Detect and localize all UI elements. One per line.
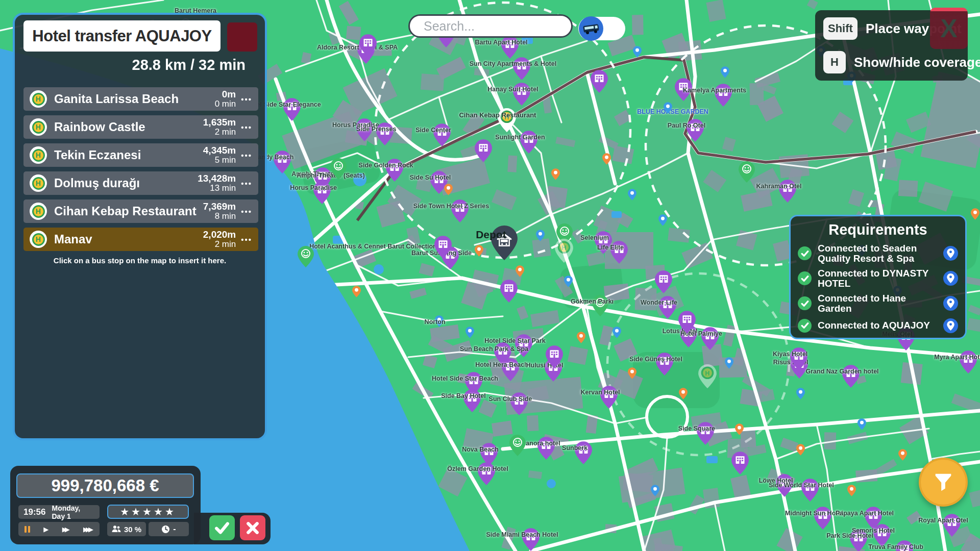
x-icon [245,520,260,536]
stop-options-button[interactable]: ••• [241,151,252,160]
stop-options-button[interactable]: ••• [241,95,252,104]
map-label: Özlem Garden Hotel [447,465,508,472]
passengers-percent: 30 % [124,525,141,534]
map-label: Hotel Acanthus & Cennet Barut Collection [309,243,437,250]
shift-keycap: Shift [823,17,857,40]
stop-name: Tekin Eczanesi [54,148,203,162]
map-label: Sunberk [562,444,587,452]
requirement-item: Connected to DYNASTY HOTEL [798,268,958,289]
bus-stop-icon: H [30,203,47,220]
passengers-indicator[interactable]: 30 % [107,522,146,536]
map-label: Sun Beach Park & Spa [460,345,528,353]
schedule-value: - [173,524,176,534]
stop-metrics: 7,369m8 min [203,202,236,221]
map-label: Hotel Hera Beach [475,361,528,368]
requirement-label: Connected to DYNASTY HOTEL [818,268,937,289]
stop-metrics: 2,020m2 min [203,230,236,249]
stop-name: Cihan Kebap Restaurant [54,204,203,218]
requirements-list: Connected to Seaden Quality Resort & Spa… [798,243,958,333]
map-label: Side Square [678,425,715,432]
stop-options-button[interactable]: ••• [241,123,252,132]
stop-options-button[interactable]: ••• [241,207,252,216]
route-title[interactable]: Hotel transfer AQUAJOY [23,20,220,52]
shortcut-toggle-coverage: H Show/hide coverage [823,51,980,73]
stop-metrics: 4,345m5 min [203,145,236,165]
locate-pin-button[interactable] [943,296,958,311]
locate-pin-button[interactable] [943,246,958,261]
map-label: Bartu Apart Hotel [475,39,528,46]
map-label: Kiyas Hotel [773,350,807,358]
map-label: Truva Family Club [868,543,923,550]
fast-forward-button[interactable]: ▶▶ [62,526,70,533]
stop-row[interactable]: HTekin Eczanesi4,345m5 min••• [23,143,258,167]
map-label: Side Bay Hotel [441,392,486,399]
pause-button[interactable] [24,526,30,533]
stop-name: Manav [54,232,203,246]
filter-button[interactable] [919,458,968,507]
star-icons: ★★★★★ [120,506,176,518]
map-label: Side World Star Hotel [769,482,834,489]
people-icon [112,525,121,533]
map-label: Papaya Apart Hotel [836,510,894,517]
stop-row[interactable]: HDolmuş durağı13,428m13 min••• [23,171,258,195]
map-label: Side Prenses [356,126,397,133]
stop-row[interactable]: HCihan Kebap Restaurant7,369m8 min••• [23,199,258,223]
route-color-swatch[interactable] [227,22,257,52]
stop-name: Ganita Larissa Beach [54,92,215,106]
bus-stop-icon: H [30,118,47,136]
stop-options-button[interactable]: ••• [241,179,252,188]
schedule-indicator[interactable]: - [149,522,189,536]
vehicles-button[interactable] [578,17,625,40]
cancel-button[interactable] [240,515,265,540]
check-icon [798,319,812,333]
locate-pin-button[interactable] [943,271,958,286]
requirement-label: Connected to AQUAJOY [818,320,937,331]
map-label: Side Su Hotel [410,174,451,181]
funnel-icon [932,470,955,494]
bus-stop-icon: H [30,174,47,192]
map-label: Myra Apart Hotel [934,354,980,361]
requirement-label: Connected to Hane Garden [818,293,937,314]
stop-metrics: 1,635m2 min [203,117,236,137]
map-label: Sun City Apartments & Hotel [470,60,556,67]
map-label: Nova Beach [462,446,499,453]
requirement-item: Connected to Seaden Quality Resort & Spa [798,243,958,264]
stop-row[interactable]: HRainbow Castle1,635m2 min••• [23,115,258,139]
close-button[interactable]: X [930,8,968,49]
requirement-item: Connected to AQUAJOY [798,318,958,333]
bus-stop-icon: H [30,231,47,248]
map-label: Selenium [580,234,609,241]
search-input[interactable] [423,18,557,34]
map-label: Cihan Kebap Restaurant [459,111,536,119]
route-editor-panel: Hotel transfer AQUAJOY 28.8 km / 32 min … [13,13,267,440]
stop-metrics: 13,428m13 min [198,173,236,193]
bus-stop-icon: H [30,146,47,164]
check-icon [798,246,812,260]
map-label: Midnight Sun Hotel [785,510,843,517]
confirm-button[interactable] [209,515,235,540]
fastest-forward-button[interactable]: ▶▶▶ [83,526,93,533]
map-label: Depot [476,229,506,241]
play-button[interactable]: ▶ [43,526,48,533]
requirements-title: Requirements [798,221,958,238]
calendar-date: Monday, Day 1 [52,504,94,520]
stop-name: Rainbow Castle [54,120,203,134]
map-label: Kervan Hotel [580,389,620,396]
stop-options-button[interactable]: ••• [241,235,252,244]
game-screen: Barut HemeraAldora Resort Hotel & SPABar… [0,0,980,551]
map-label: Side Center [415,127,451,134]
map-label: Hotel Side Star Beach [432,375,498,382]
map-label: Horus Paradise [290,184,337,191]
check-icon [213,520,231,536]
map-label: Aldora Resort Hotel & SPA [317,44,398,51]
map-label: Side Town Hotel Z Series [413,203,489,210]
map-label: Grand Naz Garden hotel [806,368,879,375]
map-label: Side Miami Beach Hotel [486,531,558,538]
stop-row[interactable]: HGanita Larissa Beach0m0 min••• [23,87,258,111]
stop-row[interactable]: HManav2,020m2 min••• [23,228,258,251]
map-label: Kamelya Apartments [683,87,746,94]
locate-pin-button[interactable] [943,318,958,333]
shortcut-label: Show/hide coverage [854,55,980,70]
map-label: Norton [425,318,446,325]
stop-metrics: 0m0 min [215,89,236,109]
